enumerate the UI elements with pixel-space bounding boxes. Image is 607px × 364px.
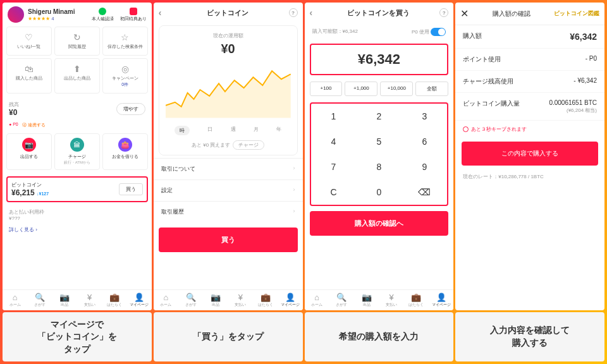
about-trading[interactable]: 取引について› [154,158,303,179]
key-5[interactable]: 5 [356,129,402,154]
camera-icon: 📷 [52,293,77,302]
back-icon[interactable]: ‹ [310,8,313,18]
username[interactable]: Shigeru Minami [28,8,75,15]
buy-small-button[interactable]: 買う [119,183,143,195]
logo: ビットコイン図鑑 [554,9,599,18]
borrow-action[interactable]: 👛お金を借りる [102,133,148,170]
work-icon: 💼 [102,293,126,302]
period-hour[interactable]: 時 [175,126,190,135]
rating-stars: ★★★★★ [28,16,50,21]
yen-icon: ¥ [77,293,102,302]
help-icon[interactable]: ? [439,8,448,17]
period-month[interactable]: 月 [254,126,259,135]
chip-10000[interactable]: +10,000 [380,82,413,96]
bank-icon: 🏛 [70,138,84,152]
key-7[interactable]: 7 [311,154,357,179]
points-badge: ● P0 [9,122,18,128]
confirm-amount-button[interactable]: 購入額の確認へ [310,211,449,236]
history-link[interactable]: 取引履歴› [154,201,303,222]
timer-icon [463,126,469,132]
search-icon: 🔍 [27,293,52,302]
bitcoin-box[interactable]: ビットコイン¥6,215 ↓¥127 買う [6,176,148,202]
tile-listed[interactable]: ⬆出品した商品 [54,58,100,94]
home-icon: ⌂ [3,293,27,302]
wallet-icon: 👛 [118,138,132,152]
key-4[interactable]: 4 [311,129,357,154]
key-backspace[interactable]: ⌫ [402,179,447,205]
buy-button[interactable]: 買う [159,228,298,252]
tile-campaign[interactable]: ◎キャンペーン0件 [102,58,148,94]
more-link[interactable]: 詳しく見る › [3,225,152,234]
charge-action[interactable]: 🏛チャージ銀行・ATMから [54,133,100,170]
user-icon: 👤 [126,293,151,302]
chip-all[interactable]: 全額 [415,82,448,96]
po-toggle[interactable] [431,28,446,36]
settings-link[interactable]: 設定› [154,179,303,201]
key-2[interactable]: 2 [356,104,402,129]
price-chart [166,61,291,118]
chip-1000[interactable]: +1,000 [345,82,377,96]
key-1[interactable]: 1 [311,104,357,129]
key-8[interactable]: 8 [356,154,402,179]
period-day[interactable]: 日 [207,126,212,135]
key-9[interactable]: 9 [402,154,447,179]
charge-button[interactable]: チャージ [233,140,264,150]
tile-likes[interactable]: ♡いいね!一覧 [6,27,52,56]
caption-4: 入力内容を確認して 購入する [455,312,604,361]
chip-100[interactable]: +100 [310,82,343,96]
verified-icon [99,8,106,15]
help-icon[interactable]: ? [289,8,298,17]
key-6[interactable]: 6 [402,129,447,154]
key-3[interactable]: 3 [402,104,447,129]
bottom-nav: ⌂ホーム 🔍さがす 📷出品 ¥支払い 💼はたらく 👤マイページ [3,289,152,310]
amount-display: ¥6,342 [310,44,449,75]
avatar[interactable] [8,6,24,23]
keypad: 123 456 789 C0⌫ [310,102,449,206]
camera-icon: 📷 [22,138,36,152]
caption-1: マイページで 「ビットコイン」を タップ [3,312,152,361]
key-clear[interactable]: C [311,179,357,205]
purchase-button[interactable]: この内容で購入する [462,142,598,166]
back-icon[interactable]: ‹ [159,8,162,18]
tile-purchased[interactable]: 🛍購入した商品 [6,58,52,94]
period-week[interactable]: 週 [231,126,236,135]
close-icon[interactable]: ✕ [460,8,469,20]
grow-button[interactable]: 増やす [116,103,145,115]
key-0[interactable]: 0 [356,179,402,205]
caption-3: 希望の購入額を入力 [305,312,454,361]
bonus-icon [130,8,137,15]
link-account[interactable]: ⓓ 連携する [22,122,46,128]
list-item-action[interactable]: 📷出品する [6,133,52,170]
period-year[interactable]: 年 [276,126,281,135]
tile-saved[interactable]: ☆保存した検索条件 [102,27,148,56]
tile-history[interactable]: ↻閲覧履歴 [54,27,100,56]
caption-2: 「買う」をタップ [154,312,303,361]
